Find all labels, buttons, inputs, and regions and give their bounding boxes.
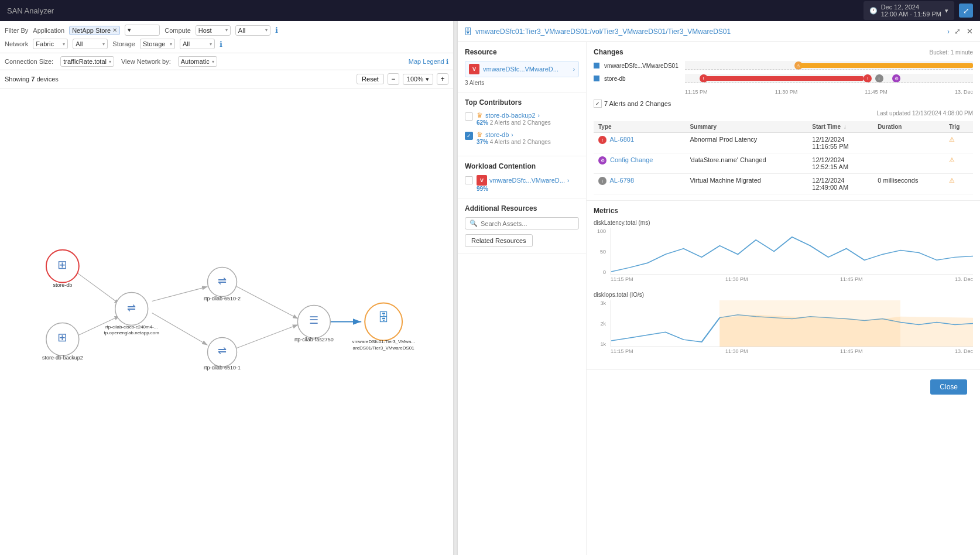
contributor-1-name-row: ♛ store-db-backup2 › — [477, 111, 579, 119]
reset-button[interactable]: Reset — [357, 74, 384, 84]
bucket-label: Bucket: 1 minute — [930, 49, 973, 56]
workload-name[interactable]: vmwareDSfc...VMwareD... — [489, 177, 565, 184]
row2-duration — [873, 153, 944, 174]
contributor-2-name-row: ♛ store-db › — [477, 131, 579, 139]
node-6510-1[interactable]: ⇌ rtp-cilab-6510-1 — [204, 337, 241, 371]
contributor-1-stats: 62% 2 Alerts and 2 Changes — [477, 119, 579, 126]
svg-text:☰: ☰ — [309, 314, 318, 326]
resource-path-title: vmwareDSfc01:Tier3_VMwareDS01:/vol/Tier3… — [475, 28, 941, 36]
resource-item[interactable]: V vmwareDSfc...VMwareD... › — [465, 61, 579, 77]
workload-checkbox[interactable] — [465, 176, 473, 184]
connection-size-label: Connection Size: — [5, 58, 53, 65]
y-max-1: 100 — [594, 228, 606, 234]
alert-id-3[interactable]: AL-6798 — [609, 177, 634, 184]
timeline-axis: 11:15 PM 11:30 PM 11:45 PM 13. Dec — [594, 89, 973, 95]
related-resources-button[interactable]: Related Resources — [465, 234, 533, 247]
filter-row-1: Filter By Application NetApp Store ✕ ▾ C… — [5, 25, 448, 36]
asset-search-input[interactable] — [481, 220, 574, 227]
disk-latency-chart: diskLatency.total (ms) 100 50 0 — [594, 220, 973, 282]
contributor-2-pct: 37% — [477, 139, 488, 145]
edge-6510-1-fas — [237, 324, 298, 348]
workload-arrow: › — [567, 177, 569, 184]
timeline-label-2: store-db — [594, 76, 681, 82]
trigger-icon-2: ⚠ — [949, 156, 955, 163]
contributor-2-link[interactable]: store-db — [485, 131, 509, 138]
contributor-1-link[interactable]: store-db-backup2 — [485, 112, 536, 119]
contributor-2-arrow: › — [511, 132, 513, 138]
zoom-in-button[interactable]: + — [437, 73, 448, 85]
network-diagram[interactable]: ⊞ store-db ⊞ store-db-backup2 ⇌ rtp-cila… — [0, 88, 453, 555]
disk-latency-y-labels: 100 50 0 — [594, 228, 608, 275]
contributor-1-checkbox[interactable] — [465, 112, 473, 121]
x1: 11:15 PM — [611, 276, 633, 282]
col-start-time: Start Time ↓ — [807, 121, 873, 133]
svg-text:rtp-cilab-cisco-c240m4-...: rtp-cilab-cisco-c240m4-... — [105, 324, 157, 330]
node-store-db-backup2[interactable]: ⊞ store-db-backup2 — [42, 323, 83, 361]
filter-by-label: Filter By — [5, 27, 28, 34]
view-bar: Connection Size: trafficRate.total ▾ Vie… — [0, 53, 453, 70]
storage-all-select[interactable]: All ▾ — [180, 39, 215, 49]
alert-id-2[interactable]: Config Change — [610, 156, 653, 163]
svg-text:store-db: store-db — [53, 282, 72, 288]
alert-id-1[interactable]: AL-6801 — [609, 136, 634, 143]
disk-latency-container: 100 50 0 — [594, 228, 973, 275]
expand-button[interactable]: ⤢ — [959, 4, 973, 18]
showing-text: Showing 7 devices — [5, 76, 59, 83]
timeline-label-1: vmwareDSfc...VMwareDS01 — [594, 63, 681, 69]
red-dot-2-end: ! — [864, 74, 872, 83]
all-select-1[interactable]: All ▾ — [235, 25, 270, 36]
automatic-select[interactable]: Automatic ▾ — [178, 56, 217, 67]
search-icon: 🔍 — [470, 220, 478, 227]
remove-tag-icon[interactable]: ✕ — [112, 27, 117, 33]
iops-highlight — [719, 300, 900, 347]
fabric-all-select[interactable]: All ▾ — [73, 39, 108, 49]
help-icon[interactable]: ℹ — [275, 26, 278, 35]
db-icon: 🗄 — [464, 27, 472, 36]
row2-type: ⚙ Config Change — [594, 153, 685, 174]
node-store-db[interactable]: ⊞ store-db — [46, 250, 79, 288]
alerts-checkbox[interactable]: ✓ — [594, 100, 602, 108]
contributor-2-checkbox[interactable]: ✓ — [465, 132, 473, 140]
map-legend-btn[interactable]: Map Legend ℹ — [409, 58, 448, 66]
date-line2: 12:00 AM - 11:59 PM — [881, 11, 941, 18]
asset-search-box[interactable]: 🔍 — [465, 217, 579, 229]
alert-icon-2: ⚙ — [598, 156, 606, 165]
additional-resources-title: Additional Resources — [465, 204, 579, 213]
close-button[interactable]: Close — [930, 379, 967, 395]
edge-6510-2-fas — [237, 287, 298, 319]
storage-all-label: All — [183, 40, 190, 47]
axis-label-2: 11:30 PM — [775, 89, 798, 95]
application-select[interactable]: ▾ — [125, 25, 160, 36]
table-header-row: Type Summary Start Time ↓ Duration Trig — [594, 121, 973, 133]
alert-icon-1: ! — [598, 136, 606, 144]
storage-select[interactable]: Storage ▾ — [140, 39, 175, 49]
showing-bar: Showing 7 devices Reset − 100% ▾ + — [0, 70, 453, 88]
svg-text:vmwareDSfc01:Tier3_VMwa...: vmwareDSfc01:Tier3_VMwa... — [352, 339, 414, 344]
host-select[interactable]: Host ▾ — [196, 25, 231, 36]
contributor-2: ✓ ♛ store-db › 37% 4 Alerts and 2 Change… — [465, 131, 579, 145]
close-panel-button[interactable]: ✕ — [965, 26, 974, 37]
help-icon-2[interactable]: ℹ — [220, 40, 222, 49]
node-6510-2[interactable]: ⇌ rtp-cilab-6510-2 — [204, 268, 241, 302]
svg-text:rtp-cilab-fas2750: rtp-cilab-fas2750 — [294, 337, 334, 342]
axis-label-1: 11:15 PM — [685, 89, 708, 95]
date-dropdown-arrow[interactable]: ▾ — [945, 7, 948, 15]
svg-text:rtp-cilab-6510-1: rtp-cilab-6510-1 — [204, 365, 241, 371]
alerts-count-text: 7 Alerts and 2 Changes — [604, 100, 671, 107]
trigger-icon-3: ⚠ — [949, 177, 955, 184]
netapp-store-tag[interactable]: NetApp Store ✕ — [69, 26, 120, 35]
traffic-rate-select[interactable]: trafficRate.total ▾ — [60, 56, 114, 67]
row1-start: 12/12/202411:16:55 PM — [807, 133, 873, 153]
panel-actions: ⤢ ✕ — [953, 26, 974, 37]
zoom-out-button[interactable]: − — [388, 73, 399, 85]
expand-panel-button[interactable]: ⤢ — [953, 26, 962, 37]
zoom-level-display[interactable]: 100% ▾ — [403, 74, 433, 85]
application-label: Application — [33, 27, 64, 34]
row1-type: ! AL-6801 — [594, 133, 685, 153]
fabric-select[interactable]: Fabric ▾ — [33, 39, 68, 49]
node-vmware[interactable]: 🗄 vmwareDSfc01:Tier3_VMwa... areDS01/Tie… — [352, 303, 414, 351]
node-fas2750[interactable]: ☰ rtp-cilab-fas2750 — [294, 306, 334, 343]
host-label: Host — [198, 27, 212, 34]
app-select-arrow: ▾ — [128, 26, 131, 34]
traffic-rate-label: trafficRate.total — [63, 58, 107, 65]
